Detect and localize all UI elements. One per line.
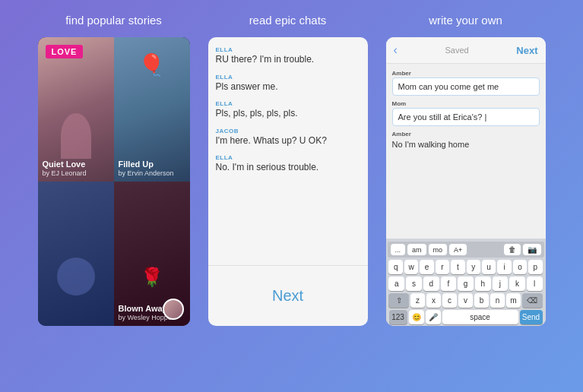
chats-title: read epic chats — [249, 14, 327, 27]
key-w[interactable]: w — [404, 260, 418, 274]
chats-section: read epic chats ELLA RU there? I'm in tr… — [208, 14, 368, 326]
chat-text-1: Pls answer me. — [216, 81, 360, 93]
keyboard: ... am mo A+ 🗑 📷 q w e r t y — [386, 239, 546, 326]
key-y[interactable]: y — [467, 260, 480, 274]
key-c[interactable]: c — [442, 293, 457, 308]
key-n[interactable]: n — [490, 293, 505, 308]
editor-text-2: No I'm walking home — [392, 138, 540, 150]
chat-text-2: Pls, pls, pls, pls, pls. — [216, 108, 360, 120]
back-icon[interactable]: ‹ — [394, 43, 398, 57]
editor-textbox-1[interactable]: Are you still at Erica's? — [392, 108, 540, 126]
story-cell-2[interactable]: Filled Up by Ervin Anderson — [114, 37, 190, 182]
love-badge: LOVE — [46, 45, 84, 58]
story-cell-4[interactable]: Blown Away by Wesley Hopper — [114, 182, 190, 326]
editor-header: ‹ Saved Next — [386, 37, 546, 64]
story-cell-1[interactable]: Quiet Love by EJ Leonard — [38, 37, 114, 182]
editor-phone: ‹ Saved Next Amber Mom can you come get … — [386, 37, 546, 326]
key-s[interactable]: s — [406, 277, 422, 291]
key-g[interactable]: g — [458, 277, 474, 291]
toolbar-camera-icon[interactable]: 📷 — [523, 244, 541, 255]
main-container: find popular stories LOVE Quiet Love by … — [0, 0, 583, 334]
key-t[interactable]: t — [451, 260, 464, 274]
chat-sender-1: ELLA — [216, 74, 360, 81]
key-z[interactable]: z — [410, 293, 425, 308]
key-b[interactable]: b — [474, 293, 489, 308]
avatar — [163, 299, 184, 320]
editor-msg-2: Amber No I'm walking home — [392, 131, 540, 150]
key-v[interactable]: v — [458, 293, 473, 308]
key-f[interactable]: f — [441, 277, 457, 291]
key-l[interactable]: l — [527, 277, 543, 291]
editor-msg-0: Amber Mom can you come get me — [392, 70, 540, 96]
editor-title: write your own — [429, 14, 502, 27]
stories-grid: Quiet Love by EJ Leonard Filled Up by Er… — [38, 37, 190, 326]
stories-section: find popular stories LOVE Quiet Love by … — [38, 14, 190, 326]
chat-next-button[interactable]: Next — [272, 287, 303, 305]
editor-messages: Amber Mom can you come get me Mom Are yo… — [386, 64, 546, 239]
toolbar-add-char[interactable]: A+ — [449, 244, 467, 255]
story-cell-3[interactable] — [38, 182, 114, 326]
key-a[interactable]: a — [388, 277, 404, 291]
chats-phone: ELLA RU there? I'm in trouble. ELLA Pls … — [208, 37, 368, 326]
chat-sender-2: ELLA — [216, 100, 360, 107]
chat-messages: ELLA RU there? I'm in trouble. ELLA Pls … — [208, 37, 368, 265]
chat-msg-3: JACOB I'm here. Whats up? U OK? — [216, 128, 360, 147]
key-row-2: a s d f g h j k l — [389, 277, 543, 291]
chat-text-0: RU there? I'm in trouble. — [216, 54, 360, 66]
toolbar-delete-icon[interactable]: 🗑 — [504, 244, 521, 255]
key-j[interactable]: j — [493, 277, 509, 291]
chat-msg-1: ELLA Pls answer me. — [216, 74, 360, 93]
stories-phone: LOVE Quiet Love by EJ Leonard Filled Up … — [38, 37, 190, 326]
key-123[interactable]: 123 — [389, 310, 407, 324]
chat-sender-4: ELLA — [216, 154, 360, 161]
chat-text-4: No. I'm in serious trouble. — [216, 162, 360, 174]
editor-sender-2: Amber — [392, 131, 540, 138]
key-space[interactable]: space — [442, 310, 518, 324]
toolbar-am[interactable]: am — [407, 244, 426, 255]
key-send[interactable]: Send — [520, 310, 543, 324]
key-m[interactable]: m — [506, 293, 521, 308]
story-title-1: Quiet Love — [43, 160, 87, 169]
chat-text-3: I'm here. Whats up? U OK? — [216, 135, 360, 147]
keyboard-toolbar: ... am mo A+ 🗑 📷 — [388, 242, 544, 258]
saved-label: Saved — [445, 46, 468, 55]
key-q[interactable]: q — [388, 260, 402, 274]
key-x[interactable]: x — [426, 293, 441, 308]
key-p[interactable]: p — [528, 260, 542, 274]
editor-next-button[interactable]: Next — [516, 45, 537, 56]
key-row-3: ⇧ z x c v b n m ⌫ — [389, 293, 543, 308]
editor-msg-1: Mom Are you still at Erica's? — [392, 100, 540, 126]
key-shift[interactable]: ⇧ — [388, 293, 409, 308]
story-author-1: by EJ Leonard — [43, 169, 87, 177]
key-emoji[interactable]: 😊 — [409, 310, 424, 324]
editor-text-1: Are you still at Erica's? — [398, 112, 483, 122]
key-mic[interactable]: 🎤 — [426, 310, 441, 324]
toolbar-mo[interactable]: mo — [429, 244, 448, 255]
chat-msg-2: ELLA Pls, pls, pls, pls, pls. — [216, 100, 360, 120]
key-k[interactable]: k — [509, 277, 525, 291]
story-info-2: Filled Up by Ervin Anderson — [119, 160, 174, 177]
editor-text-0: Mom can you come get me — [398, 82, 499, 91]
chat-msg-0: ELLA RU there? I'm in trouble. — [216, 46, 360, 66]
key-i[interactable]: i — [497, 260, 511, 274]
key-o[interactable]: o — [513, 260, 527, 274]
toolbar-ellipsis[interactable]: ... — [391, 244, 406, 255]
story-info-1: Quiet Love by EJ Leonard — [43, 160, 87, 177]
editor-textbox-0[interactable]: Mom can you come get me — [392, 77, 540, 96]
chat-msg-4: ELLA No. I'm in serious trouble. — [216, 154, 360, 174]
key-backspace[interactable]: ⌫ — [522, 293, 543, 308]
stories-title: find popular stories — [65, 14, 162, 27]
story-author-2: by Ervin Anderson — [119, 169, 174, 177]
key-row-1: q w e r t y u i o p — [389, 260, 543, 274]
key-h[interactable]: h — [475, 277, 491, 291]
key-d[interactable]: d — [423, 277, 439, 291]
key-row-4: 123 😊 🎤 space Send — [389, 310, 543, 324]
key-r[interactable]: r — [436, 260, 449, 274]
chat-next-area[interactable]: Next — [208, 265, 368, 326]
story-title-2: Filled Up — [119, 160, 174, 169]
key-u[interactable]: u — [482, 260, 496, 274]
keyboard-rows: q w e r t y u i o p a s d — [388, 260, 544, 324]
editor-sender-1: Mom — [392, 100, 540, 107]
chat-sender-0: ELLA — [216, 46, 360, 53]
key-e[interactable]: e — [420, 260, 433, 274]
